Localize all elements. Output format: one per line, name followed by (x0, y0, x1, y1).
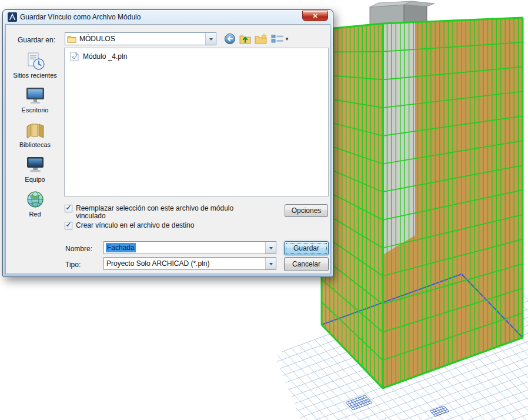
filename-selected-text: Fachada (106, 243, 136, 252)
places-bar: Sitios recientes Escritorio Bibliotecas (6, 46, 64, 219)
location-combobox[interactable]: MÓDULOS (65, 32, 216, 45)
location-dropdown-arrow-icon[interactable] (205, 33, 216, 45)
options-button[interactable]: Opciones (285, 204, 328, 217)
libraries-icon (25, 121, 46, 141)
archicad-dialog-icon (8, 12, 17, 22)
type-label: Tipo: (65, 261, 81, 269)
check-icon: ✓ (65, 204, 71, 212)
new-folder-icon (255, 34, 268, 44)
sidebar-item-recent-places[interactable]: Sitios recientes (8, 51, 63, 81)
create-link-row: ✓ Crear vínculo en el archivo de destino (65, 222, 194, 229)
replace-selection-row: ✓ Reemplazar selección con este archivo … (65, 205, 242, 220)
file-item[interactable]: Módulo _4.pln (65, 48, 132, 65)
views-dropdown-arrow-icon: ▼ (285, 36, 289, 42)
sidebar-item-computer[interactable]: Equipo (8, 155, 63, 185)
sidebar-item-libraries[interactable]: Bibliotecas (8, 121, 63, 150)
check-icon: ✓ (65, 221, 71, 229)
create-link-checkbox[interactable]: ✓ (65, 222, 72, 229)
save-in-label: Guardar en: (18, 36, 55, 44)
replace-selection-checkbox[interactable]: ✓ (65, 205, 72, 212)
file-list-area[interactable]: Módulo _4.pln (64, 48, 329, 196)
replace-selection-label[interactable]: Reemplazar selección con este archivo de… (76, 205, 242, 220)
back-icon (224, 33, 236, 45)
new-folder-button[interactable] (254, 33, 268, 45)
desktop-icon (25, 86, 46, 106)
create-link-label[interactable]: Crear vínculo en el archivo de destino (76, 222, 194, 229)
save-button[interactable]: Guardar (284, 241, 329, 255)
close-icon: ✕ (312, 12, 318, 19)
name-label: Nombre: (65, 245, 92, 253)
location-value: MÓDULOS (79, 35, 115, 43)
views-icon (271, 34, 284, 44)
dialog-titlebar[interactable]: Guardar Vínculo como Archivo Módulo ✕ (3, 10, 333, 24)
file-name: Módulo _4.pln (83, 52, 127, 61)
cancel-button[interactable]: Cancelar (284, 257, 329, 271)
up-one-level-button[interactable] (239, 33, 252, 45)
sidebar-item-network[interactable]: Red (8, 190, 63, 219)
network-icon (25, 190, 46, 210)
pln-file-icon (70, 52, 79, 61)
dialog-content: Guardar en: MÓDULOS (5, 24, 330, 274)
dialog-title: Guardar Vínculo como Archivo Módulo (20, 13, 141, 21)
views-button[interactable]: ▼ (270, 33, 290, 45)
filename-input[interactable]: Fachada (103, 241, 276, 254)
filename-dropdown-arrow-icon[interactable] (265, 242, 276, 254)
up-folder-icon (239, 34, 251, 44)
sidebar-item-desktop[interactable]: Escritorio (8, 86, 63, 115)
file-type-dropdown-arrow-icon[interactable] (265, 258, 276, 269)
close-button[interactable]: ✕ (302, 11, 328, 21)
computer-icon (25, 155, 46, 175)
recent-places-icon (25, 51, 46, 71)
navigation-buttons: ▼ (223, 32, 290, 45)
folder-icon (67, 35, 76, 43)
back-button[interactable] (223, 32, 236, 45)
save-link-as-module-dialog: Guardar Vínculo como Archivo Módulo ✕ Gu… (2, 9, 333, 277)
file-type-value: Proyecto Solo ARCHICAD (*.pln) (106, 259, 209, 268)
file-type-dropdown[interactable]: Proyecto Solo ARCHICAD (*.pln) (103, 257, 276, 270)
